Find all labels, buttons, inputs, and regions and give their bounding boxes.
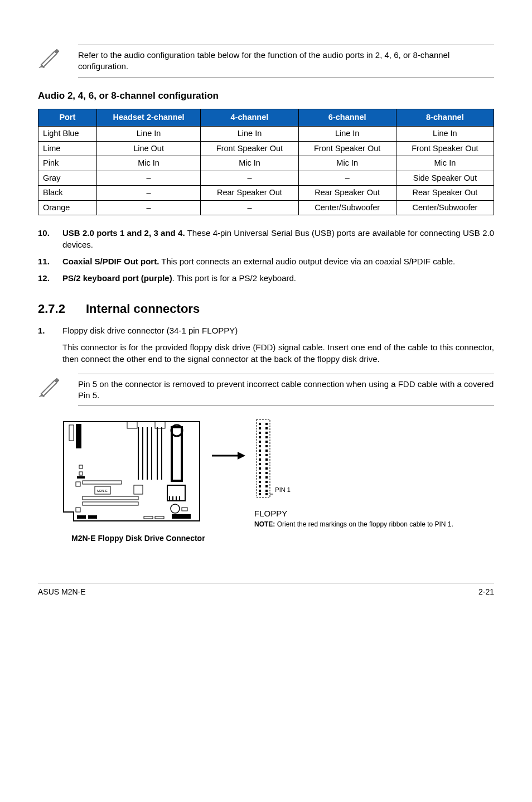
svg-rect-38 [259, 423, 261, 425]
svg-rect-33 [76, 508, 80, 512]
svg-rect-68 [259, 490, 261, 492]
note-block: Refer to the audio configuration table b… [38, 45, 494, 78]
table-row: Gray – – – Side Speaker Out [38, 171, 494, 186]
svg-rect-47 [265, 441, 268, 443]
note-text: Pin 5 on the connector is removed to pre… [78, 374, 494, 407]
audio-config-heading: Audio 2, 4, 6, or 8-channel configuratio… [38, 90, 494, 103]
floppy-orientation-note: NOTE: Orient the red markings on the flo… [254, 520, 453, 529]
connector-item: 1. Floppy disk drive connector (34-1 pin… [38, 325, 494, 336]
footer-left: ASUS M2N-E [38, 587, 86, 597]
arrow-icon [212, 450, 245, 464]
svg-rect-37 [257, 419, 270, 497]
svg-rect-63 [265, 476, 268, 479]
svg-rect-52 [259, 454, 261, 456]
list-item: 10. USB 2.0 ports 1 and 2, 3 and 4. Thes… [38, 228, 494, 250]
floppy-connector-icon [254, 418, 273, 502]
floppy-label: FLOPPY [254, 508, 453, 519]
pencil-icon [38, 46, 62, 71]
svg-rect-65 [265, 481, 268, 483]
svg-rect-44 [259, 436, 261, 438]
section-title: Internal connectors [86, 302, 200, 316]
svg-rect-29 [144, 516, 153, 519]
section-heading: 2.7.2Internal connectors [38, 301, 494, 317]
svg-rect-45 [265, 436, 268, 438]
svg-rect-70 [259, 493, 261, 495]
th-6ch: 6-channel [298, 109, 396, 127]
svg-rect-39 [265, 423, 268, 425]
list-item: 12. PS/2 keyboard port (purple). This po… [38, 273, 494, 284]
svg-rect-64 [259, 481, 261, 483]
note-text: Refer to the audio configuration table b… [78, 45, 494, 78]
svg-rect-1 [155, 422, 165, 428]
port-description-list: 10. USB 2.0 ports 1 and 2, 3 and 4. Thes… [38, 228, 494, 284]
table-row: Black – Rear Speaker Out Rear Speaker Ou… [38, 186, 494, 201]
svg-rect-66 [259, 485, 261, 487]
svg-rect-61 [265, 472, 268, 474]
th-port: Port [38, 109, 97, 127]
svg-rect-59 [265, 467, 268, 470]
svg-rect-40 [259, 427, 261, 429]
svg-rect-19 [134, 485, 143, 494]
pin1-label: PIN 1 [275, 486, 291, 493]
svg-rect-42 [259, 432, 261, 434]
svg-rect-50 [259, 450, 261, 452]
svg-rect-41 [265, 427, 268, 429]
section-number: 2.7.2 [38, 301, 86, 317]
svg-rect-13 [79, 472, 83, 475]
th-2ch: Headset 2-channel [96, 109, 201, 127]
svg-marker-36 [238, 452, 245, 460]
svg-rect-0 [127, 422, 137, 428]
svg-rect-2 [76, 424, 81, 448]
motherboard-illustration: M2N-E [60, 418, 203, 527]
svg-rect-43 [265, 432, 268, 434]
svg-rect-30 [155, 516, 164, 519]
svg-rect-60 [259, 472, 261, 474]
svg-rect-49 [265, 445, 268, 447]
svg-rect-28 [88, 515, 97, 519]
svg-rect-51 [265, 450, 268, 452]
svg-rect-17 [83, 502, 138, 505]
svg-rect-16 [83, 496, 138, 500]
floppy-diagram: M2N-E [60, 418, 494, 529]
chip-label: M2N-E [97, 489, 108, 492]
svg-rect-57 [265, 463, 268, 465]
th-4ch: 4-channel [201, 109, 298, 127]
footer-right: 2-21 [478, 587, 494, 597]
svg-rect-54 [259, 458, 261, 461]
connector-detail: PIN 1 FLOPPY NOTE: Orient the red markin… [254, 418, 453, 529]
svg-rect-53 [265, 454, 268, 456]
table-row: Lime Line Out Front Speaker Out Front Sp… [38, 141, 494, 156]
svg-rect-46 [259, 441, 261, 443]
th-8ch: 8-channel [396, 109, 494, 127]
svg-rect-71 [265, 493, 268, 495]
svg-point-25 [171, 504, 180, 513]
table-row: Orange – – Center/Subwoofer Center/Subwo… [38, 200, 494, 215]
table-row: Light Blue Line In Line In Line In Line … [38, 127, 494, 142]
svg-rect-12 [79, 465, 83, 468]
svg-rect-48 [259, 445, 261, 447]
list-item: 11. Coaxial S/PDIF Out port. This port c… [38, 256, 494, 267]
svg-rect-55 [265, 458, 268, 461]
svg-rect-3 [69, 425, 74, 441]
svg-rect-67 [265, 485, 268, 487]
svg-rect-27 [77, 515, 86, 519]
svg-rect-15 [83, 481, 122, 484]
pencil-icon [38, 375, 62, 400]
table-row: Pink Mic In Mic In Mic In Mic In [38, 156, 494, 171]
diagram-caption: M2N-E Floppy Disk Drive Connector [71, 533, 494, 544]
connector-description: This connector is for the provided flopp… [62, 342, 494, 365]
note-block: Pin 5 on the connector is removed to pre… [38, 374, 494, 407]
svg-rect-62 [259, 476, 261, 479]
svg-rect-32 [76, 482, 80, 486]
audio-config-table: Port Headset 2-channel 4-channel 6-chann… [38, 109, 494, 215]
svg-rect-56 [259, 463, 261, 465]
page-footer: ASUS M2N-E 2-21 [38, 583, 494, 597]
svg-rect-26 [182, 508, 187, 511]
svg-rect-14 [77, 476, 85, 479]
svg-rect-69 [265, 490, 268, 492]
svg-rect-58 [259, 467, 261, 470]
svg-rect-31 [172, 514, 191, 519]
